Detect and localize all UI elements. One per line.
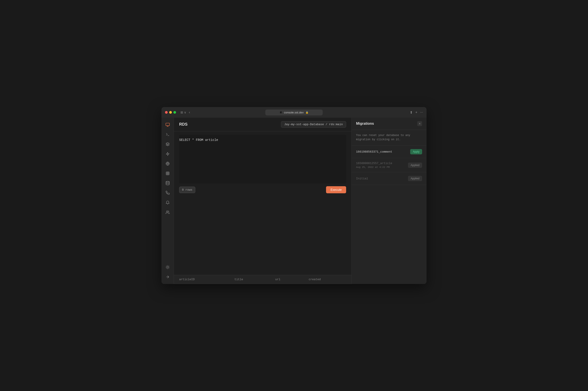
- svg-line-23: [169, 266, 169, 266]
- migration-item-1[interactable]: 1661988563371_comment Apply: [352, 146, 427, 158]
- migration-date-2: Aug 25, 2022 at 4:22 PM: [356, 166, 392, 169]
- col-header-created: created: [303, 275, 351, 284]
- results-section: articleID title url created: [174, 275, 351, 284]
- svg-line-22: [166, 268, 167, 269]
- content-area: RDS Jay-my-sst-app-Database / rds:main S…: [174, 118, 351, 284]
- sidebar-item-rds[interactable]: [163, 179, 172, 188]
- svg-marker-4: [166, 143, 169, 144]
- migrations-panel: Migrations × You can reset your database…: [351, 118, 427, 284]
- results-table: articleID title url created: [174, 275, 351, 284]
- migration-item-2[interactable]: 1650000012557_article Aug 25, 2022 at 4:…: [352, 158, 427, 172]
- close-button[interactable]: ×: [417, 121, 422, 126]
- sidebar-item-table[interactable]: [163, 169, 172, 178]
- svg-line-19: [169, 268, 169, 269]
- title-bar: ⊞ ∨ ‹ 🖥 console.sst.dev 🔒 ⬆ + ···: [161, 107, 427, 118]
- applied-button-2[interactable]: Applied: [408, 163, 422, 168]
- svg-marker-5: [166, 152, 169, 156]
- applied-button-3[interactable]: Applied: [408, 176, 422, 181]
- main-area: RDS Jay-my-sst-app-Database / rds:main S…: [161, 118, 427, 284]
- svg-line-18: [166, 266, 167, 266]
- rds-header: RDS Jay-my-sst-app-Database / rds:main: [174, 118, 351, 131]
- migrations-title: Migrations: [356, 122, 374, 126]
- migration-info-1: 1661988563371_comment: [356, 150, 392, 153]
- address-bar[interactable]: 🖥 console.sst.dev 🔒: [265, 109, 323, 115]
- url-text: console.sst.dev: [284, 111, 304, 114]
- title-bar-actions: ⬆ + ···: [410, 110, 423, 114]
- back-button[interactable]: ‹: [189, 110, 190, 114]
- execute-button[interactable]: Execute: [326, 186, 346, 193]
- query-footer: 0 rows Execute: [179, 184, 346, 196]
- sidebar-item-functions[interactable]: [163, 150, 172, 158]
- apply-button-1[interactable]: Apply: [410, 149, 422, 154]
- title-bar-controls: ⊞ ∨ ‹: [181, 110, 190, 114]
- browser-window: ⊞ ∨ ‹ 🖥 console.sst.dev 🔒 ⬆ + ···: [161, 107, 427, 284]
- query-text[interactable]: SELECT * FROM article: [179, 138, 346, 142]
- site-icon: 🖥: [279, 111, 282, 114]
- col-header-articleid: articleID: [174, 275, 229, 284]
- migration-name-1: 1661988563371_comment: [356, 150, 392, 153]
- migration-name-2: 1650000012557_article: [356, 162, 392, 165]
- sidebar-item-users[interactable]: [163, 208, 172, 217]
- sidebar-item-settings[interactable]: [163, 263, 172, 272]
- traffic-light-yellow[interactable]: [169, 111, 172, 114]
- svg-point-15: [167, 266, 169, 268]
- sidebar-item-notifications[interactable]: [163, 198, 172, 207]
- migration-info-3: Initial: [356, 177, 368, 180]
- rows-badge: 0 rows: [179, 187, 195, 193]
- more-icon[interactable]: ···: [420, 110, 423, 114]
- db-selector[interactable]: Jay-my-sst-app-Database / rds:main: [281, 121, 346, 128]
- sidebar-item-database[interactable]: [163, 120, 172, 129]
- rds-title: RDS: [179, 122, 188, 127]
- svg-point-13: [166, 181, 169, 183]
- traffic-light-red[interactable]: [165, 111, 168, 114]
- sidebar-item-bucket[interactable]: [163, 189, 172, 197]
- traffic-lights: [165, 111, 176, 114]
- svg-rect-0: [166, 123, 169, 126]
- migration-item-3[interactable]: Initial Applied: [352, 172, 427, 185]
- query-area: SELECT * FROM article 0 rows Execute: [174, 131, 351, 275]
- sidebar-item-globe[interactable]: [163, 159, 172, 168]
- sidebar-bottom: [163, 263, 172, 281]
- share-icon[interactable]: ⬆: [410, 110, 413, 114]
- migrations-header: Migrations ×: [352, 118, 427, 130]
- migration-info-2: 1650000012557_article Aug 25, 2022 at 4:…: [356, 162, 392, 169]
- col-header-url: url: [270, 275, 303, 284]
- migration-name-3: Initial: [356, 177, 368, 180]
- sidebar-item-terminal[interactable]: [163, 130, 172, 139]
- new-tab-icon[interactable]: +: [415, 110, 417, 114]
- sidebar: [161, 118, 174, 284]
- query-editor[interactable]: SELECT * FROM article: [179, 135, 346, 184]
- svg-point-14: [166, 211, 168, 212]
- sidebar-item-logout[interactable]: [163, 273, 172, 281]
- lock-icon: 🔒: [306, 111, 309, 114]
- sidebar-item-layers[interactable]: [163, 140, 172, 149]
- migrations-description: You can reset your database to any migra…: [352, 130, 427, 146]
- svg-rect-8: [166, 172, 169, 175]
- sidebar-toggle-icon[interactable]: ⊞ ∨: [181, 110, 186, 114]
- traffic-light-green[interactable]: [173, 111, 176, 114]
- col-header-title: title: [229, 275, 270, 284]
- migrations-description-text: You can reset your database to any migra…: [356, 134, 410, 141]
